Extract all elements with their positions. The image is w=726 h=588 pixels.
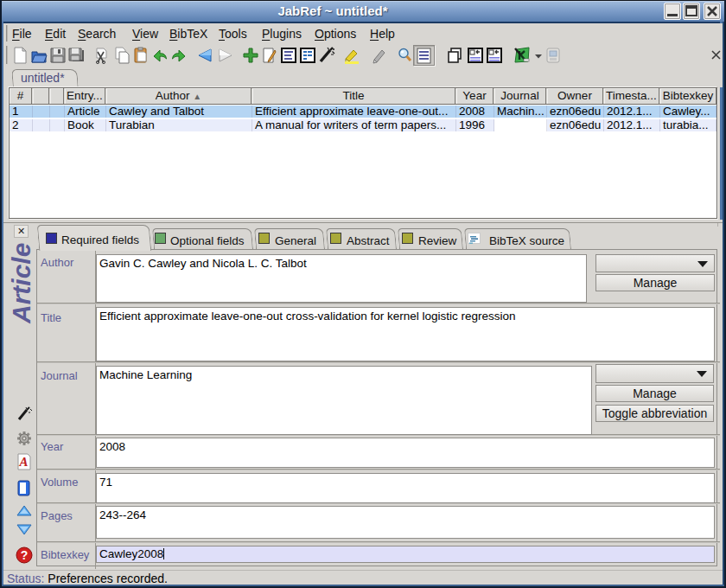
- svg-text:A: A: [18, 455, 28, 469]
- svg-text:?: ?: [21, 548, 29, 562]
